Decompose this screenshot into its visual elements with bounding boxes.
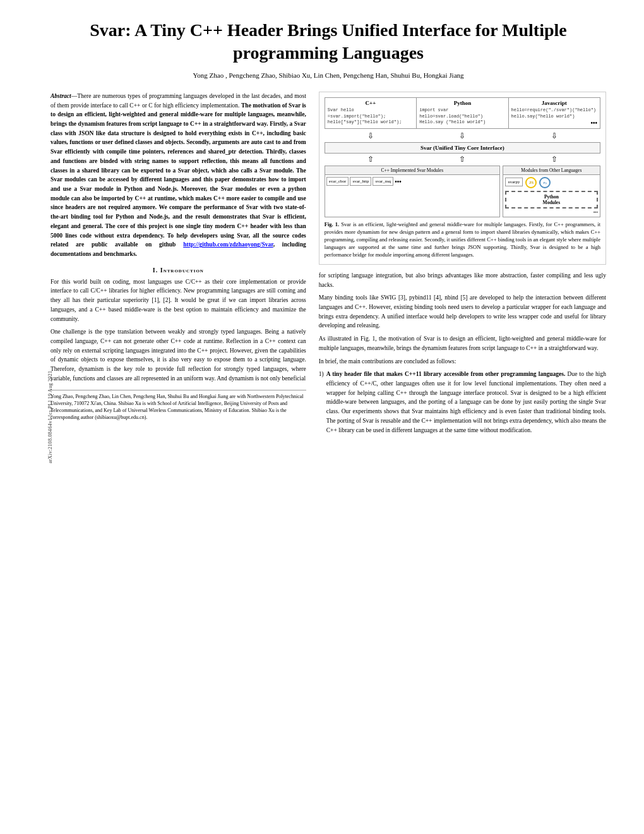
abstract-bold-text: The motivation of Svar is to design an e… xyxy=(51,102,306,258)
arrow-up-3: ⇧ xyxy=(551,155,558,164)
module-dots: ••• xyxy=(395,178,402,185)
contrib-number: 1) xyxy=(319,370,324,435)
module-svar-http: svar_http xyxy=(350,177,371,186)
page: arXiv:2108.08464v1 [cs.PL] 19 Aug 2021 S… xyxy=(0,0,644,834)
abstract: Abstract—There are numerous types of pro… xyxy=(51,92,306,259)
abstract-label: Abstract xyxy=(51,93,71,99)
arrow-up-1: ⇧ xyxy=(367,155,374,164)
python-code: import svar hello=svar.load("hello") Hel… xyxy=(419,107,505,126)
contrib-text: A tiny header file that makes C++11 libr… xyxy=(326,370,606,435)
contrib-bold: A tiny header file that makes C++11 libr… xyxy=(326,371,566,377)
contribution-1: 1) A tiny header file that makes C++11 l… xyxy=(319,370,606,435)
js-title: Javascript xyxy=(511,100,597,106)
cpp-cell: C++ Svar hello =svar.import("hello"); he… xyxy=(325,98,417,129)
left-modules-items: svar_cbor svar_http svar_nsq ••• xyxy=(325,175,499,188)
figure-caption-text: Svar is an efficient, light-weighted and… xyxy=(325,221,600,258)
section-intro-heading: I. Introduction xyxy=(51,267,306,274)
right-text-1: for scripting language integration, but … xyxy=(319,271,606,289)
diagram-arrows-down: ⇩ ⇩ ⇩ xyxy=(325,131,600,141)
js-code: hello=require("./svar")("hello") hello.s… xyxy=(511,107,597,120)
diagram-top-row: C++ Svar hello =svar.import("hello"); he… xyxy=(325,97,600,130)
svarpy-box: svarpy xyxy=(505,178,523,186)
intro-para-1: For this world built on coding, most lan… xyxy=(51,277,306,324)
right-text-3: As illustrated in Fig. 1, the motivation… xyxy=(319,334,606,353)
python-circle: Py xyxy=(539,177,551,188)
right-modules-content: svarpy JS Py PythonModules ••• xyxy=(503,175,600,217)
diagram-arrows-up: ⇧ ⇧ ⇧ xyxy=(325,155,600,164)
figure-1: C++ Svar hello =svar.import("hello"); he… xyxy=(319,92,606,265)
python-modules-box: PythonModules xyxy=(505,191,598,208)
js-dots: ••• xyxy=(511,119,597,126)
right-text-2: Many binding tools like SWIG [3], pybind… xyxy=(319,293,606,330)
right-text-4: In brief, the main contributions are con… xyxy=(319,357,606,366)
right-dots: ••• xyxy=(505,210,598,215)
figure-label: Fig. 1. xyxy=(325,221,339,227)
cpp-title: C++ xyxy=(328,100,414,106)
js-circle: JS xyxy=(525,177,537,188)
left-column: Abstract—There are numerous types of pro… xyxy=(51,92,306,435)
diagram-bottom-row: C++ Implemented Svar Modules svar_cbor s… xyxy=(325,166,600,217)
figure-caption: Fig. 1. Svar is an efficient, light-weig… xyxy=(325,221,600,258)
cpp-code: Svar hello =svar.import("hello"); hello[… xyxy=(328,107,414,126)
arrow-up-2: ⇧ xyxy=(459,155,465,164)
js-cell: Javascript hello=require("./svar")("hell… xyxy=(509,98,600,129)
svar-core-box: Svar (Unified Tiny Core Interface) xyxy=(325,142,600,154)
module-svar-cbor: svar_cbor xyxy=(326,177,349,186)
right-modules-box: Modules from Other Languages svarpy JS P… xyxy=(503,166,600,217)
diagram: C++ Svar hello =svar.import("hello"); he… xyxy=(325,97,600,218)
footnote: Yong Zhao, Pengcheng Zhao, Lin Chen, Pen… xyxy=(51,390,306,421)
python-cell: Python import svar hello=svar.load("hell… xyxy=(417,98,508,129)
github-link[interactable]: http://github.com/zdzhaoyong/Svar xyxy=(183,241,273,248)
intro-para-2: One challenge is the type translation be… xyxy=(51,327,306,383)
two-column-layout: Abstract—There are numerous types of pro… xyxy=(51,92,606,435)
paper-authors: Yong Zhao , Pengcheng Zhao, Shibiao Xu, … xyxy=(51,71,606,79)
paper-title: Svar: A Tiny C++ Header Brings Unified I… xyxy=(51,19,606,65)
right-column: C++ Svar hello =svar.import("hello"); he… xyxy=(319,92,606,435)
module-svar-nsq: svar_nsq xyxy=(373,177,393,186)
arrow-down-1: ⇩ xyxy=(367,131,374,141)
left-modules-box: C++ Implemented Svar Modules svar_cbor s… xyxy=(325,166,500,217)
right-modules-title: Modules from Other Languages xyxy=(503,166,600,175)
python-title: Python xyxy=(419,100,505,106)
abstract-dash: —There are numerous types of programming… xyxy=(51,93,306,257)
arrow-down-3: ⇩ xyxy=(551,131,558,141)
arxiv-label: arXiv:2108.08464v1 [cs.PL] 19 Aug 2021 xyxy=(47,371,53,464)
arrow-down-2: ⇩ xyxy=(459,131,465,141)
left-modules-title: C++ Implemented Svar Modules xyxy=(325,166,499,175)
